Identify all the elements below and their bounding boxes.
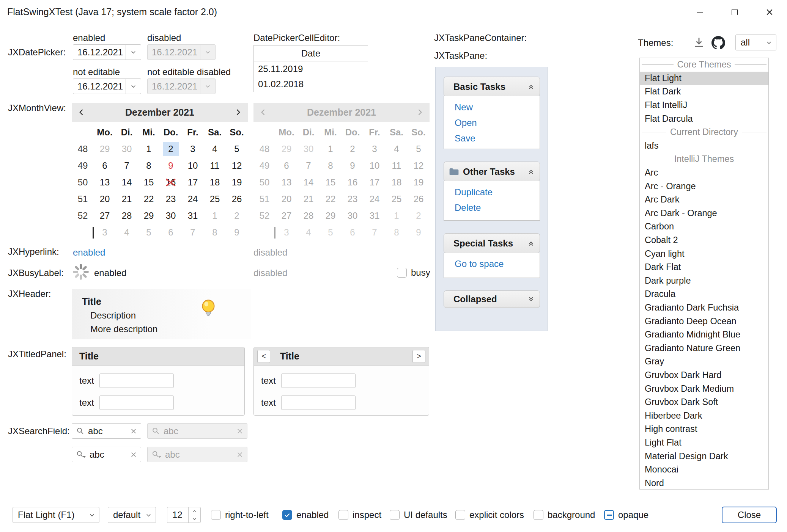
- day-cell[interactable]: 1: [138, 141, 160, 157]
- theme-list-item[interactable]: Carbon: [640, 220, 768, 234]
- theme-list-item[interactable]: Gruvbox Dark Hard: [640, 369, 768, 382]
- taskpane-header[interactable]: Other Tasks: [444, 162, 540, 182]
- day-cell[interactable]: 21: [116, 191, 138, 207]
- day-cell[interactable]: 3: [182, 141, 204, 157]
- day-cell[interactable]: 4: [116, 224, 138, 241]
- prev-button[interactable]: <: [257, 350, 270, 363]
- theme-list-item[interactable]: Monocai: [640, 463, 768, 477]
- maximize-button[interactable]: [717, 0, 752, 24]
- theme-list-item[interactable]: Dark Flat: [640, 261, 768, 274]
- day-cell[interactable]: 3: [94, 224, 116, 241]
- day-cell[interactable]: 23: [160, 191, 182, 207]
- day-cell[interactable]: 8: [138, 157, 160, 174]
- day-cell[interactable]: 24: [182, 191, 204, 207]
- checkbox-right-to-left[interactable]: right-to-left: [211, 507, 269, 523]
- next-button[interactable]: >: [412, 350, 425, 363]
- text-input[interactable]: [281, 395, 356, 410]
- day-cell[interactable]: 2: [226, 207, 248, 224]
- day-cell[interactable]: 17: [182, 174, 204, 191]
- theme-list-item[interactable]: Gray: [640, 355, 768, 369]
- day-cell[interactable]: 27: [94, 207, 116, 224]
- taskpane-header[interactable]: Basic Tasks: [444, 77, 540, 97]
- day-cell[interactable]: 31: [182, 207, 204, 224]
- task-link[interactable]: Open: [455, 118, 540, 128]
- day-cell[interactable]: 13: [94, 174, 116, 191]
- theme-list-item[interactable]: Gradianto Nature Green: [640, 341, 768, 355]
- searchfield-enabled[interactable]: abc: [72, 423, 141, 439]
- checkbox-enabled[interactable]: enabled: [282, 507, 329, 523]
- taskpane-header[interactable]: Special Tasks: [444, 233, 540, 253]
- day-cell[interactable]: 4: [204, 141, 226, 157]
- theme-list-item[interactable]: lafs: [640, 139, 768, 153]
- day-cell[interactable]: 10: [182, 157, 204, 174]
- text-input[interactable]: [281, 373, 356, 388]
- theme-list-item[interactable]: Gradianto Dark Fuchsia: [640, 301, 768, 315]
- theme-list-item[interactable]: Light Flat: [640, 436, 768, 450]
- day-cell[interactable]: 19: [226, 174, 248, 191]
- theme-list-item[interactable]: Gruvbox Dark Soft: [640, 395, 768, 409]
- day-cell[interactable]: 22: [138, 191, 160, 207]
- clear-icon[interactable]: [131, 428, 137, 434]
- hyperlink-enabled[interactable]: enabled: [73, 247, 105, 258]
- day-cell[interactable]: 30: [160, 207, 182, 224]
- datepicker-not-editable[interactable]: 16.12.2021: [73, 78, 141, 94]
- day-cell[interactable]: 7: [182, 224, 204, 241]
- theme-list-item[interactable]: Gruvbox Dark Medium: [640, 382, 768, 395]
- day-cell[interactable]: 30: [116, 141, 138, 157]
- checkbox-ui-defaults[interactable]: UI defaults: [390, 507, 447, 523]
- theme-list-item[interactable]: Nord: [640, 476, 768, 490]
- theme-list-item[interactable]: Hiberbee Dark: [640, 409, 768, 422]
- day-cell[interactable]: 16: [160, 174, 182, 191]
- day-cell[interactable]: 20: [94, 191, 116, 207]
- search-value[interactable]: abc: [88, 426, 127, 436]
- day-cell[interactable]: 12: [226, 157, 248, 174]
- theme-list-item[interactable]: Gradianto Deep Ocean: [640, 314, 768, 328]
- chevron-down-icon[interactable]: [126, 79, 141, 94]
- minimize-button[interactable]: [682, 0, 717, 24]
- text-input[interactable]: [99, 395, 174, 410]
- chevron-double-up-icon[interactable]: [527, 83, 535, 90]
- theme-list-item[interactable]: Flat Dark: [640, 85, 768, 99]
- theme-list-item[interactable]: Dark purple: [640, 274, 768, 288]
- checkbox-background[interactable]: background: [534, 507, 595, 523]
- taskpane-header[interactable]: Collapsed: [444, 290, 540, 308]
- day-cell[interactable]: 15: [138, 174, 160, 191]
- day-cell[interactable]: 5: [226, 141, 248, 157]
- theme-list-item[interactable]: Arc: [640, 166, 768, 180]
- theme-list-item[interactable]: Cyan light: [640, 247, 768, 261]
- theme-list-item[interactable]: High contrast: [640, 422, 768, 436]
- task-link[interactable]: New: [455, 102, 540, 113]
- themes-list[interactable]: Core ThemesFlat LightFlat DarkFlat Intel…: [639, 58, 769, 490]
- table-row[interactable]: 25.11.2019: [254, 61, 368, 77]
- next-month-button[interactable]: [228, 103, 248, 122]
- day-cell[interactable]: 28: [116, 207, 138, 224]
- theme-list-item[interactable]: Dracula: [640, 287, 768, 301]
- task-link[interactable]: Save: [455, 133, 540, 144]
- day-cell[interactable]: 6: [160, 224, 182, 241]
- checkbox-busy[interactable]: busy: [397, 265, 430, 281]
- day-cell[interactable]: 29: [138, 207, 160, 224]
- table-row[interactable]: 01.02.2018: [254, 77, 368, 92]
- checkbox-explicit-colors[interactable]: explicit colors: [455, 507, 524, 523]
- chevron-down-icon[interactable]: [126, 45, 141, 60]
- checkbox-inspect[interactable]: inspect: [338, 507, 381, 523]
- theme-list-item[interactable]: Flat Darcula: [640, 112, 768, 126]
- day-cell[interactable]: 11: [204, 157, 226, 174]
- chevron-double-up-icon[interactable]: [527, 240, 535, 247]
- window-close-button[interactable]: [752, 0, 787, 24]
- themes-filter-combo[interactable]: all: [735, 35, 776, 50]
- theme-list-item[interactable]: Arc - Orange: [640, 179, 768, 193]
- day-cell[interactable]: 7: [116, 157, 138, 174]
- theme-list-item[interactable]: Cobalt 2: [640, 234, 768, 247]
- theme-list-item[interactable]: Arc Dark - Orange: [640, 207, 768, 220]
- theme-list-item[interactable]: Flat IntelliJ: [640, 99, 768, 112]
- day-cell[interactable]: 18: [204, 174, 226, 191]
- day-cell[interactable]: 8: [204, 224, 226, 241]
- download-themes-button[interactable]: [692, 36, 706, 49]
- theme-list-item[interactable]: Flat Light: [640, 72, 768, 85]
- day-cell[interactable]: 5: [138, 224, 160, 241]
- day-cell[interactable]: 9: [226, 224, 248, 241]
- searchfield-with-menu-enabled[interactable]: abc: [72, 447, 141, 462]
- day-cell[interactable]: 14: [116, 174, 138, 191]
- titlebar[interactable]: FlatSwingXTest (Java 17; system scale fa…: [0, 0, 787, 24]
